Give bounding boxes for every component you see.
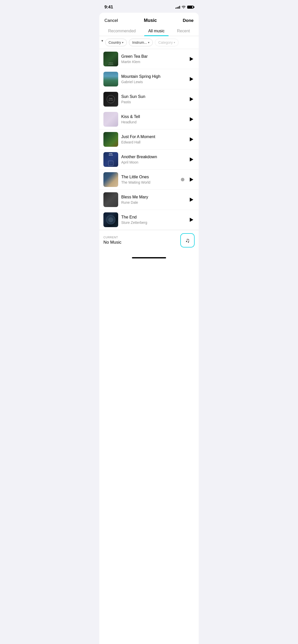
filter-instrument-arrow: ▾ xyxy=(148,41,150,44)
play-triangle-icon xyxy=(190,137,193,141)
track-name: The Little Ones xyxy=(121,175,178,179)
album-art-sun-sun-sun: Pastissun sun xyxy=(103,92,118,107)
play-button-kiss-and-tell[interactable] xyxy=(187,116,195,123)
tab-recent[interactable]: Recent xyxy=(173,26,194,36)
album-art-the-end xyxy=(103,212,118,227)
track-name: Just For A Moment xyxy=(121,135,184,139)
status-time: 9:41 xyxy=(104,5,113,10)
play-button-just-for-a-moment[interactable] xyxy=(187,136,195,143)
current-track-info: CURRENT No Music xyxy=(103,236,121,245)
track-name: Sun Sun Sun xyxy=(121,94,184,99)
play-triangle-icon xyxy=(190,198,193,202)
track-info-the-little-ones: The Little Ones The Waiting World xyxy=(121,175,178,184)
track-artist: Rune Dale xyxy=(121,200,184,204)
track-item-mountain-spring-high[interactable]: Mountain Spring High Gabriel Lewis xyxy=(99,69,199,89)
signal-icon xyxy=(175,6,180,9)
play-triangle-icon xyxy=(190,218,193,222)
cancel-button[interactable]: Cancel xyxy=(104,18,118,23)
track-item-just-for-a-moment[interactable]: Just For A Moment Edward Hall xyxy=(99,129,199,150)
track-artist: Pastis xyxy=(121,100,184,104)
album-art-mountain-spring-high xyxy=(103,72,118,86)
play-button-green-tea-bar[interactable] xyxy=(187,55,195,63)
sheet-header: Cancel Music Done xyxy=(99,13,199,26)
track-artist: Martin Klem xyxy=(121,60,184,64)
music-picker-sheet: Cancel Music Done Recommended All music … xyxy=(99,13,199,644)
play-triangle-icon xyxy=(190,178,193,182)
track-name: The End xyxy=(121,215,184,219)
track-name: Green Tea Bar xyxy=(121,54,184,59)
track-artist: Edward Hall xyxy=(121,140,184,144)
track-name: Bless Me Mary xyxy=(121,195,184,199)
track-item-the-little-ones[interactable]: The Little Ones The Waiting World xyxy=(99,170,199,190)
track-name: Another Breakdown xyxy=(121,155,184,159)
tab-bar: Recommended All music Recent xyxy=(99,26,199,36)
done-button[interactable]: Done xyxy=(183,18,194,23)
track-item-the-end[interactable]: The End Sture Zetterberg xyxy=(99,210,199,230)
track-playing-indicator xyxy=(181,178,184,181)
status-icons xyxy=(175,5,194,9)
play-button-the-little-ones[interactable] xyxy=(187,176,195,183)
home-indicator xyxy=(99,255,199,259)
filter-category[interactable]: Category ▾ xyxy=(155,39,179,46)
track-info-green-tea-bar: Green Tea Bar Martin Klem xyxy=(121,54,184,64)
track-item-green-tea-bar[interactable]: naturesounds Green Tea Bar Martin Klem xyxy=(99,49,199,69)
play-button-bless-me-mary[interactable] xyxy=(187,196,195,203)
play-triangle-icon xyxy=(190,57,193,61)
track-info-kiss-and-tell: Kiss & Tell Headlund xyxy=(121,114,184,124)
track-artist: The Waiting World xyxy=(121,180,178,184)
album-art-kiss-and-tell xyxy=(103,112,118,127)
track-item-bless-me-mary[interactable]: Bless Me Mary Rune Dale xyxy=(99,190,199,210)
wifi-icon xyxy=(182,5,186,9)
filter-genre-arrow: ▾ xyxy=(122,41,124,44)
music-note-icon: ♫ xyxy=(185,237,190,244)
play-triangle-icon xyxy=(190,117,193,121)
battery-icon xyxy=(187,6,194,9)
track-info-the-end: The End Sture Zetterberg xyxy=(121,215,184,225)
track-name: Kiss & Tell xyxy=(121,114,184,119)
track-item-another-breakdown[interactable]: APRILMOON🎵 Another Breakdown April Moon xyxy=(99,150,199,170)
play-button-the-end[interactable] xyxy=(187,216,195,223)
play-button-mountain-spring-high[interactable] xyxy=(187,76,195,83)
filter-instrument[interactable]: Instrum... ▾ xyxy=(129,39,153,46)
current-label: CURRENT xyxy=(103,236,121,239)
track-item-kiss-and-tell[interactable]: Kiss & Tell Headlund xyxy=(99,109,199,129)
tab-all-music[interactable]: All music xyxy=(144,26,169,36)
album-art-just-for-a-moment xyxy=(103,132,118,147)
track-info-another-breakdown: Another Breakdown April Moon xyxy=(121,155,184,164)
tab-recommended[interactable]: Recommended xyxy=(104,26,140,36)
play-triangle-icon xyxy=(190,97,193,101)
track-info-mountain-spring-high: Mountain Spring High Gabriel Lewis xyxy=(121,74,184,84)
filter-genre[interactable]: Country ▾ xyxy=(105,39,127,46)
play-triangle-icon xyxy=(190,157,193,162)
bottom-bar: CURRENT No Music ♫ xyxy=(99,230,199,255)
music-icon-button[interactable]: ♫ xyxy=(180,233,195,247)
track-info-bless-me-mary: Bless Me Mary Rune Dale xyxy=(121,195,184,204)
play-button-another-breakdown[interactable] xyxy=(187,156,195,163)
play-triangle-icon xyxy=(190,77,193,81)
track-info-just-for-a-moment: Just For A Moment Edward Hall xyxy=(121,135,184,144)
track-list: naturesounds Green Tea Bar Martin Klem M… xyxy=(99,49,199,230)
track-item-sun-sun-sun[interactable]: Pastissun sun Sun Sun Sun Pastis xyxy=(99,89,199,109)
track-info-sun-sun-sun: Sun Sun Sun Pastis xyxy=(121,94,184,104)
sheet-title: Music xyxy=(144,18,157,23)
current-value: No Music xyxy=(103,240,121,245)
track-artist: Sture Zetterberg xyxy=(121,221,184,225)
filter-bar: ▾ Country ▾ Instrum... ▾ Category ▾ xyxy=(99,36,199,49)
track-artist: April Moon xyxy=(121,160,184,164)
filter-all-arrow[interactable]: ▾ xyxy=(101,39,103,46)
track-artist: Gabriel Lewis xyxy=(121,80,184,84)
track-artist: Headlund xyxy=(121,120,184,124)
album-art-green-tea-bar: naturesounds xyxy=(103,52,118,66)
play-button-sun-sun-sun[interactable] xyxy=(187,96,195,103)
status-bar: 9:41 xyxy=(99,0,199,13)
track-name: Mountain Spring High xyxy=(121,74,184,79)
album-art-bless-me-mary xyxy=(103,192,118,207)
home-pill xyxy=(132,257,166,258)
album-art-another-breakdown: APRILMOON🎵 xyxy=(103,152,118,167)
filter-category-arrow: ▾ xyxy=(174,41,175,44)
album-art-the-little-ones xyxy=(103,172,118,187)
